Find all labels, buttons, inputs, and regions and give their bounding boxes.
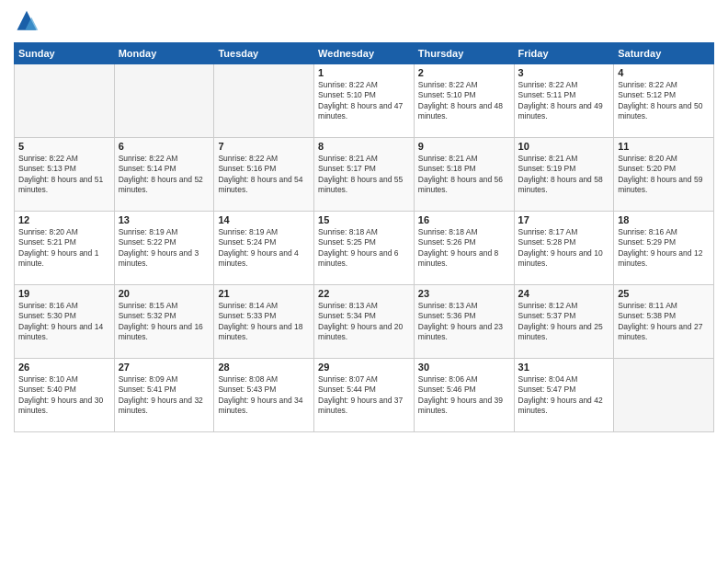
day-info: Sunrise: 8:04 AM Sunset: 5:47 PM Dayligh… xyxy=(518,374,610,417)
calendar-cell: 4Sunrise: 8:22 AM Sunset: 5:12 PM Daylig… xyxy=(614,64,714,138)
weekday-saturday: Saturday xyxy=(614,43,714,64)
day-info: Sunrise: 8:09 AM Sunset: 5:41 PM Dayligh… xyxy=(119,374,210,417)
day-info: Sunrise: 8:20 AM Sunset: 5:20 PM Dayligh… xyxy=(618,154,710,196)
calendar-cell: 19Sunrise: 8:16 AM Sunset: 5:30 PM Dayli… xyxy=(15,285,115,359)
calendar-cell: 11Sunrise: 8:20 AM Sunset: 5:20 PM Dayli… xyxy=(614,138,714,212)
day-info: Sunrise: 8:21 AM Sunset: 5:18 PM Dayligh… xyxy=(418,154,510,196)
calendar-table: SundayMondayTuesdayWednesdayThursdayFrid… xyxy=(14,42,714,432)
calendar-cell: 25Sunrise: 8:11 AM Sunset: 5:38 PM Dayli… xyxy=(614,285,714,359)
week-row-5: 26Sunrise: 8:10 AM Sunset: 5:40 PM Dayli… xyxy=(15,359,714,432)
day-info: Sunrise: 8:18 AM Sunset: 5:25 PM Dayligh… xyxy=(318,227,410,270)
day-info: Sunrise: 8:13 AM Sunset: 5:34 PM Dayligh… xyxy=(318,301,410,343)
day-number: 6 xyxy=(119,141,210,152)
day-number: 31 xyxy=(518,362,610,373)
day-number: 5 xyxy=(18,141,110,152)
calendar-cell: 13Sunrise: 8:19 AM Sunset: 5:22 PM Dayli… xyxy=(114,212,214,285)
logo-icon xyxy=(14,9,40,35)
day-info: Sunrise: 8:19 AM Sunset: 5:24 PM Dayligh… xyxy=(218,227,310,270)
calendar-cell: 16Sunrise: 8:18 AM Sunset: 5:26 PM Dayli… xyxy=(414,212,514,285)
calendar-cell: 14Sunrise: 8:19 AM Sunset: 5:24 PM Dayli… xyxy=(214,212,314,285)
day-number: 21 xyxy=(218,288,310,299)
day-number: 23 xyxy=(418,288,510,299)
day-info: Sunrise: 8:14 AM Sunset: 5:33 PM Dayligh… xyxy=(218,301,310,343)
day-number: 28 xyxy=(218,362,310,373)
day-number: 29 xyxy=(318,362,410,373)
calendar-cell: 31Sunrise: 8:04 AM Sunset: 5:47 PM Dayli… xyxy=(514,359,614,432)
day-number: 27 xyxy=(119,362,210,373)
day-info: Sunrise: 8:07 AM Sunset: 5:44 PM Dayligh… xyxy=(318,374,410,417)
day-number: 17 xyxy=(518,214,610,225)
calendar-cell: 2Sunrise: 8:22 AM Sunset: 5:10 PM Daylig… xyxy=(414,64,514,138)
day-info: Sunrise: 8:22 AM Sunset: 5:16 PM Dayligh… xyxy=(218,154,310,196)
calendar-cell: 21Sunrise: 8:14 AM Sunset: 5:33 PM Dayli… xyxy=(214,285,314,359)
week-row-2: 5Sunrise: 8:22 AM Sunset: 5:13 PM Daylig… xyxy=(15,138,714,212)
day-info: Sunrise: 8:15 AM Sunset: 5:32 PM Dayligh… xyxy=(119,301,210,343)
calendar-cell: 17Sunrise: 8:17 AM Sunset: 5:28 PM Dayli… xyxy=(514,212,614,285)
day-number: 24 xyxy=(518,288,610,299)
day-number: 26 xyxy=(18,362,110,373)
calendar-cell: 6Sunrise: 8:22 AM Sunset: 5:14 PM Daylig… xyxy=(114,138,214,212)
day-info: Sunrise: 8:22 AM Sunset: 5:14 PM Dayligh… xyxy=(119,154,210,196)
day-number: 15 xyxy=(318,214,410,225)
day-info: Sunrise: 8:16 AM Sunset: 5:29 PM Dayligh… xyxy=(618,227,710,270)
calendar-cell: 28Sunrise: 8:08 AM Sunset: 5:43 PM Dayli… xyxy=(214,359,314,432)
day-number: 2 xyxy=(418,67,510,78)
day-info: Sunrise: 8:13 AM Sunset: 5:36 PM Dayligh… xyxy=(418,301,510,343)
calendar-cell: 7Sunrise: 8:22 AM Sunset: 5:16 PM Daylig… xyxy=(214,138,314,212)
calendar-cell: 23Sunrise: 8:13 AM Sunset: 5:36 PM Dayli… xyxy=(414,285,514,359)
day-number: 19 xyxy=(18,288,110,299)
day-info: Sunrise: 8:22 AM Sunset: 5:10 PM Dayligh… xyxy=(418,80,510,122)
calendar-cell: 18Sunrise: 8:16 AM Sunset: 5:29 PM Dayli… xyxy=(614,212,714,285)
calendar-cell: 3Sunrise: 8:22 AM Sunset: 5:11 PM Daylig… xyxy=(514,64,614,138)
day-info: Sunrise: 8:16 AM Sunset: 5:30 PM Dayligh… xyxy=(18,301,110,343)
day-info: Sunrise: 8:11 AM Sunset: 5:38 PM Dayligh… xyxy=(618,301,710,343)
logo xyxy=(14,9,43,35)
day-number: 16 xyxy=(418,214,510,225)
day-number: 10 xyxy=(518,141,610,152)
calendar-cell: 30Sunrise: 8:06 AM Sunset: 5:46 PM Dayli… xyxy=(414,359,514,432)
day-info: Sunrise: 8:06 AM Sunset: 5:46 PM Dayligh… xyxy=(418,374,510,417)
day-number: 14 xyxy=(218,214,310,225)
weekday-wednesday: Wednesday xyxy=(314,43,415,64)
calendar-cell: 15Sunrise: 8:18 AM Sunset: 5:25 PM Dayli… xyxy=(314,212,415,285)
day-number: 18 xyxy=(618,214,710,225)
day-number: 8 xyxy=(318,141,410,152)
calendar-cell: 1Sunrise: 8:22 AM Sunset: 5:10 PM Daylig… xyxy=(314,64,415,138)
weekday-tuesday: Tuesday xyxy=(214,43,314,64)
calendar-cell xyxy=(614,359,714,432)
header xyxy=(14,9,714,35)
day-info: Sunrise: 8:21 AM Sunset: 5:17 PM Dayligh… xyxy=(318,154,410,196)
weekday-thursday: Thursday xyxy=(414,43,514,64)
weekday-header-row: SundayMondayTuesdayWednesdayThursdayFrid… xyxy=(15,43,714,64)
day-info: Sunrise: 8:17 AM Sunset: 5:28 PM Dayligh… xyxy=(518,227,610,270)
day-number: 12 xyxy=(18,214,110,225)
weekday-friday: Friday xyxy=(514,43,614,64)
calendar-cell: 29Sunrise: 8:07 AM Sunset: 5:44 PM Dayli… xyxy=(314,359,415,432)
day-info: Sunrise: 8:12 AM Sunset: 5:37 PM Dayligh… xyxy=(518,301,610,343)
calendar-cell: 5Sunrise: 8:22 AM Sunset: 5:13 PM Daylig… xyxy=(15,138,115,212)
day-info: Sunrise: 8:22 AM Sunset: 5:13 PM Dayligh… xyxy=(18,154,110,196)
weekday-monday: Monday xyxy=(114,43,214,64)
day-number: 11 xyxy=(618,141,710,152)
calendar-cell: 8Sunrise: 8:21 AM Sunset: 5:17 PM Daylig… xyxy=(314,138,415,212)
day-info: Sunrise: 8:19 AM Sunset: 5:22 PM Dayligh… xyxy=(119,227,210,270)
calendar-cell xyxy=(114,64,214,138)
day-info: Sunrise: 8:21 AM Sunset: 5:19 PM Dayligh… xyxy=(518,154,610,196)
week-row-4: 19Sunrise: 8:16 AM Sunset: 5:30 PM Dayli… xyxy=(15,285,714,359)
calendar-cell: 10Sunrise: 8:21 AM Sunset: 5:19 PM Dayli… xyxy=(514,138,614,212)
day-number: 22 xyxy=(318,288,410,299)
page: SundayMondayTuesdayWednesdayThursdayFrid… xyxy=(0,0,728,563)
calendar-cell: 24Sunrise: 8:12 AM Sunset: 5:37 PM Dayli… xyxy=(514,285,614,359)
calendar-cell: 9Sunrise: 8:21 AM Sunset: 5:18 PM Daylig… xyxy=(414,138,514,212)
day-number: 20 xyxy=(119,288,210,299)
weekday-sunday: Sunday xyxy=(15,43,115,64)
calendar-cell xyxy=(15,64,115,138)
calendar-cell: 20Sunrise: 8:15 AM Sunset: 5:32 PM Dayli… xyxy=(114,285,214,359)
week-row-3: 12Sunrise: 8:20 AM Sunset: 5:21 PM Dayli… xyxy=(15,212,714,285)
calendar-cell: 22Sunrise: 8:13 AM Sunset: 5:34 PM Dayli… xyxy=(314,285,415,359)
day-number: 1 xyxy=(318,67,410,78)
calendar-cell: 27Sunrise: 8:09 AM Sunset: 5:41 PM Dayli… xyxy=(114,359,214,432)
day-info: Sunrise: 8:20 AM Sunset: 5:21 PM Dayligh… xyxy=(18,227,110,270)
day-number: 7 xyxy=(218,141,310,152)
week-row-1: 1Sunrise: 8:22 AM Sunset: 5:10 PM Daylig… xyxy=(15,64,714,138)
